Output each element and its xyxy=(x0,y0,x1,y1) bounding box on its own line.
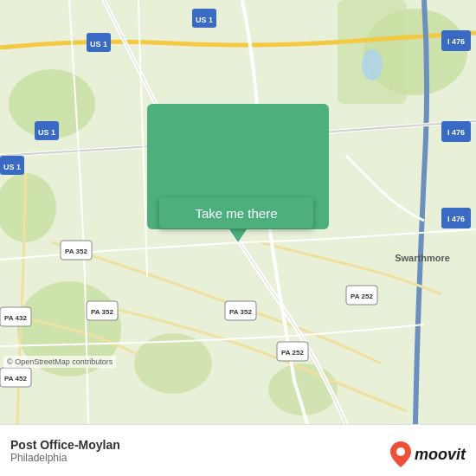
take-me-there-button[interactable]: Take me there xyxy=(159,197,313,228)
moovit-brand-text: moovit xyxy=(415,446,466,464)
osm-credit: © OpenStreetMap contributors xyxy=(3,356,116,368)
svg-text:US 1: US 1 xyxy=(90,40,107,48)
svg-text:PA 252: PA 252 xyxy=(351,293,373,300)
map-container: US 1 US 1 US 1 US 1 I 476 I 476 I 476 PA… xyxy=(0,0,476,424)
svg-point-40 xyxy=(396,447,405,456)
svg-point-8 xyxy=(362,49,383,80)
svg-text:US 1: US 1 xyxy=(196,16,213,24)
svg-text:PA 352: PA 352 xyxy=(91,308,113,316)
svg-text:Swarthmore: Swarthmore xyxy=(395,253,450,263)
bottom-bar: Post Office-Moylan Philadelphia moovit xyxy=(0,424,476,476)
svg-text:US 1: US 1 xyxy=(3,163,21,171)
svg-text:PA 452: PA 452 xyxy=(4,375,27,383)
svg-text:PA 432: PA 432 xyxy=(4,314,27,322)
svg-text:I 476: I 476 xyxy=(447,37,465,46)
svg-text:PA 252: PA 252 xyxy=(281,349,304,357)
svg-text:PA 352: PA 352 xyxy=(65,248,87,255)
svg-text:PA 352: PA 352 xyxy=(229,308,252,316)
place-name: Post Office-Moylan xyxy=(10,438,120,452)
svg-text:I 476: I 476 xyxy=(447,215,465,223)
moovit-logo: moovit xyxy=(390,441,466,467)
svg-text:I 476: I 476 xyxy=(447,128,465,137)
svg-text:US 1: US 1 xyxy=(38,128,55,137)
moovit-pin-icon xyxy=(390,441,411,467)
place-city: Philadelphia xyxy=(10,452,120,464)
place-info: Post Office-Moylan Philadelphia xyxy=(10,438,120,464)
